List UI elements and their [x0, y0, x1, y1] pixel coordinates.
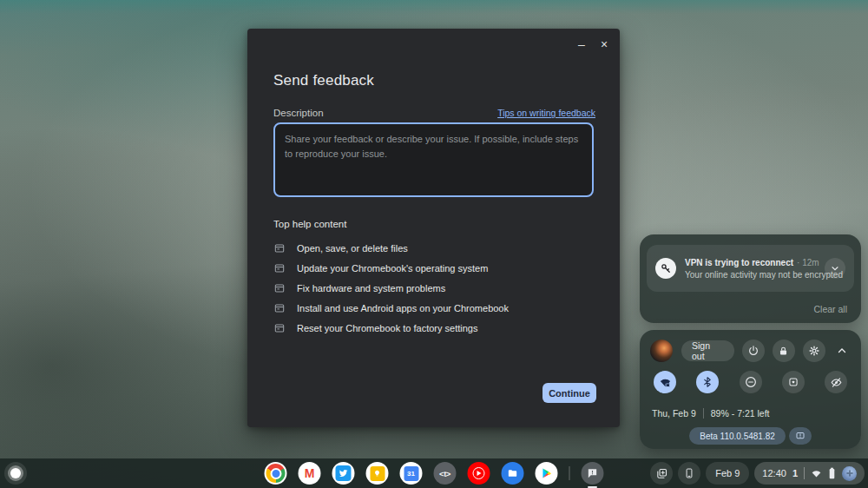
bluetooth-tile[interactable] [696, 371, 719, 393]
calendar-date-button[interactable]: Feb 9 [706, 462, 749, 485]
lock-button[interactable] [773, 340, 795, 362]
description-row: Description Tips on writing feedback [273, 108, 595, 118]
stacked-windows-plus-icon [655, 467, 668, 480]
do-not-disturb-tile[interactable] [740, 371, 762, 393]
top-help-content-heading: Top help content [273, 219, 346, 229]
launcher-icon [10, 468, 21, 478]
help-article-item[interactable]: Update your Chromebook's operating syste… [273, 258, 594, 278]
sign-out-button[interactable]: Sign out [681, 340, 734, 361]
quick-settings-tiles [654, 371, 847, 393]
collapse-button[interactable] [832, 340, 852, 361]
shelf-app-youtube-music[interactable] [468, 462, 490, 485]
vpn-notification[interactable]: VPN is trying to reconnect · 12m Your on… [647, 245, 854, 292]
calendar-icon: 31 [404, 466, 418, 481]
shelf-app-chrome[interactable] [265, 462, 287, 485]
lock-icon [778, 346, 789, 357]
files-icon [507, 467, 519, 479]
screen-capture-icon [787, 376, 799, 388]
battery-icon [828, 467, 836, 479]
close-button[interactable]: × [594, 34, 615, 55]
gmail-icon: M [305, 466, 315, 480]
shelf-app-twitter[interactable] [332, 462, 355, 485]
quick-settings-top-row: Sign out [650, 340, 852, 362]
battery-status[interactable]: 89% - 7:21 left [711, 408, 770, 419]
channel-version-badge[interactable]: Beta 110.0.5481.82 [689, 427, 786, 445]
tips-on-writing-feedback-link[interactable]: Tips on writing feedback [497, 108, 595, 118]
article-icon [273, 282, 286, 294]
do-not-disturb-icon [744, 375, 758, 389]
notification-expand-button[interactable] [825, 258, 845, 279]
article-icon [273, 242, 286, 254]
launcher-button[interactable] [4, 462, 27, 485]
notification-panel: VPN is trying to reconnect · 12m Your on… [640, 234, 861, 323]
version-row: Beta 110.0.5481.82 [640, 427, 861, 445]
help-article-label: Fix hardware and system problems [297, 283, 445, 293]
shelf-app-keep[interactable] [366, 462, 389, 485]
help-article-label: Open, save, or delete files [297, 243, 408, 254]
send-feedback-dialog: – × Send feedback Description Tips on wr… [247, 29, 620, 427]
wifi-icon [811, 468, 822, 479]
system-tray[interactable]: 12:40 1 [754, 462, 865, 485]
help-article-label: Update your Chromebook's operating syste… [297, 263, 488, 274]
power-button[interactable] [742, 340, 765, 362]
feedback-app-icon [587, 467, 599, 479]
keep-icon [370, 466, 385, 481]
notification-body: Your online activity may not be encrypte… [685, 270, 816, 280]
shelf-app-gmail[interactable]: M [299, 462, 321, 485]
article-icon [273, 322, 286, 334]
help-article-label: Install and use Android apps on your Chr… [297, 303, 509, 313]
help-article-list: Open, save, or delete files Update your … [273, 238, 594, 338]
power-icon [747, 345, 760, 357]
user-avatar[interactable] [650, 340, 673, 362]
network-tile[interactable] [654, 371, 676, 393]
send-feedback-chip[interactable] [789, 427, 812, 445]
help-article-item[interactable]: Install and use Android apps on your Chr… [273, 298, 594, 318]
divider [703, 408, 704, 419]
shelf-apps: M 31 <t> [265, 462, 604, 485]
status-area: Feb 9 12:40 1 [650, 462, 865, 485]
shelf-app-feedback[interactable] [582, 462, 604, 485]
help-article-label: Reset your Chromebook to factory setting… [297, 323, 477, 333]
settings-button[interactable] [803, 340, 825, 362]
tray-avatar-icon [842, 466, 857, 481]
vpn-key-icon [655, 258, 676, 279]
help-article-item[interactable]: Fix hardware and system problems [273, 278, 594, 298]
shelf: M 31 <t> [0, 458, 868, 488]
continue-button[interactable]: Continue [542, 383, 596, 403]
feedback-icon [795, 431, 806, 441]
chrome-icon [266, 464, 286, 483]
dialog-title: Send feedback [273, 72, 374, 89]
wifi-lock-icon [659, 376, 672, 389]
quick-settings-panel: Sign out Thu, Feb 9 [640, 330, 861, 449]
clock: 12:40 [762, 468, 786, 478]
twitter-icon [336, 465, 352, 481]
camera-privacy-tile[interactable] [825, 371, 847, 393]
notification-counter: 1 [792, 468, 798, 478]
clear-all-button[interactable]: Clear all [813, 304, 847, 314]
feedback-description-input[interactable] [273, 122, 594, 197]
description-label: Description [273, 108, 324, 118]
shelf-app-calendar[interactable]: 31 [400, 462, 423, 485]
dialog-window-controls: – × [571, 34, 615, 55]
text-app-icon: <t> [439, 469, 450, 478]
minimize-button[interactable]: – [571, 34, 592, 55]
shelf-separator [569, 466, 570, 480]
shelf-app-text[interactable]: <t> [434, 462, 457, 485]
quick-settings-date[interactable]: Thu, Feb 9 [652, 408, 696, 419]
play-store-icon [541, 467, 553, 479]
phone-hub-button[interactable] [678, 462, 700, 485]
help-article-item[interactable]: Open, save, or delete files [273, 238, 594, 258]
shelf-app-play-store[interactable] [536, 462, 558, 485]
gear-icon [808, 345, 820, 357]
phone-icon [683, 467, 695, 479]
article-icon [273, 302, 286, 314]
shelf-app-files[interactable] [502, 462, 524, 485]
screen-capture-shelf-button[interactable] [650, 462, 673, 485]
screen-capture-tile[interactable] [782, 371, 805, 393]
eye-off-icon [830, 376, 843, 389]
notification-title: VPN is trying to reconnect [685, 258, 793, 267]
notification-text: VPN is trying to reconnect · 12m Your on… [685, 258, 816, 280]
divider [804, 467, 805, 479]
youtube-music-icon [473, 467, 485, 479]
help-article-item[interactable]: Reset your Chromebook to factory setting… [273, 318, 594, 338]
